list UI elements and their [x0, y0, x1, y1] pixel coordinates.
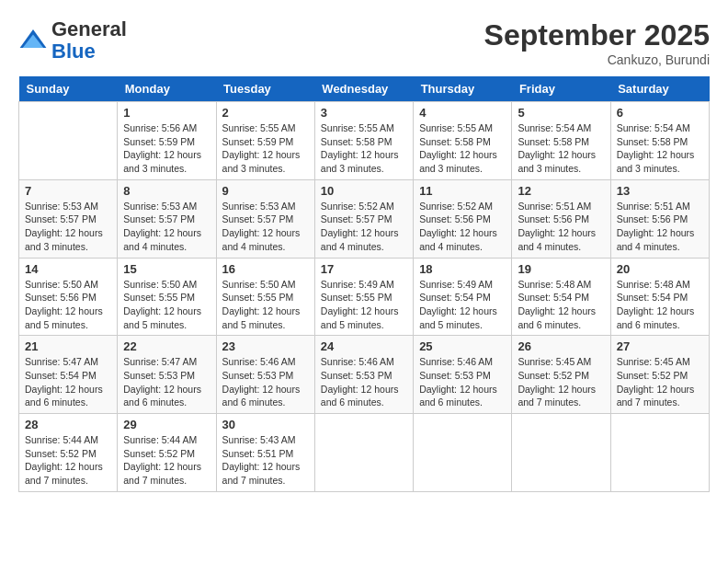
day-info: Sunrise: 5:52 AM Sunset: 5:56 PM Dayligh…: [419, 200, 506, 254]
day-number: 6: [617, 106, 703, 120]
table-cell: 19Sunrise: 5:48 AM Sunset: 5:54 PM Dayli…: [512, 258, 610, 336]
week-row-1: 1Sunrise: 5:56 AM Sunset: 5:59 PM Daylig…: [19, 102, 710, 180]
title-block: September 2025 Cankuzo, Burundi: [484, 18, 710, 67]
day-info: Sunrise: 5:53 AM Sunset: 5:57 PM Dayligh…: [25, 200, 111, 254]
day-info: Sunrise: 5:54 AM Sunset: 5:58 PM Dayligh…: [518, 121, 604, 176]
header-sunday: Sunday: [19, 76, 118, 102]
logo: General Blue: [18, 18, 127, 63]
table-cell: [512, 414, 610, 492]
day-info: Sunrise: 5:52 AM Sunset: 5:57 PM Dayligh…: [321, 200, 407, 254]
calendar-table: Sunday Monday Tuesday Wednesday Thursday…: [18, 76, 710, 492]
table-cell: 25Sunrise: 5:46 AM Sunset: 5:53 PM Dayli…: [414, 336, 512, 414]
day-info: Sunrise: 5:51 AM Sunset: 5:56 PM Dayligh…: [617, 200, 703, 254]
day-info: Sunrise: 5:48 AM Sunset: 5:54 PM Dayligh…: [617, 278, 703, 332]
logo-icon: [18, 26, 48, 55]
day-number: 5: [518, 106, 604, 120]
week-row-3: 14Sunrise: 5:50 AM Sunset: 5:56 PM Dayli…: [19, 258, 710, 336]
day-info: Sunrise: 5:50 AM Sunset: 5:55 PM Dayligh…: [222, 278, 309, 332]
day-number: 17: [321, 262, 407, 276]
day-info: Sunrise: 5:55 AM Sunset: 5:58 PM Dayligh…: [419, 121, 506, 176]
table-cell: 12Sunrise: 5:51 AM Sunset: 5:56 PM Dayli…: [512, 179, 610, 258]
table-cell: 24Sunrise: 5:46 AM Sunset: 5:53 PM Dayli…: [314, 336, 413, 414]
day-number: 3: [321, 106, 407, 120]
day-info: Sunrise: 5:50 AM Sunset: 5:55 PM Dayligh…: [123, 278, 210, 332]
header-saturday: Saturday: [610, 76, 709, 102]
table-cell: 7Sunrise: 5:53 AM Sunset: 5:57 PM Daylig…: [19, 179, 118, 258]
day-number: 27: [617, 339, 703, 353]
day-info: Sunrise: 5:53 AM Sunset: 5:57 PM Dayligh…: [222, 200, 309, 254]
table-cell: 23Sunrise: 5:46 AM Sunset: 5:53 PM Dayli…: [216, 336, 314, 414]
day-number: 14: [25, 262, 111, 276]
table-cell: 13Sunrise: 5:51 AM Sunset: 5:56 PM Dayli…: [610, 179, 709, 258]
table-cell: [610, 414, 709, 492]
day-info: Sunrise: 5:44 AM Sunset: 5:52 PM Dayligh…: [123, 433, 210, 488]
day-info: Sunrise: 5:44 AM Sunset: 5:52 PM Dayligh…: [25, 433, 111, 488]
day-number: 20: [617, 262, 703, 276]
table-cell: 26Sunrise: 5:45 AM Sunset: 5:52 PM Dayli…: [512, 336, 610, 414]
week-row-2: 7Sunrise: 5:53 AM Sunset: 5:57 PM Daylig…: [19, 179, 710, 258]
table-cell: 3Sunrise: 5:55 AM Sunset: 5:58 PM Daylig…: [314, 102, 413, 180]
day-number: 10: [321, 184, 407, 198]
day-number: 11: [419, 184, 506, 198]
header-tuesday: Tuesday: [216, 76, 314, 102]
day-info: Sunrise: 5:55 AM Sunset: 5:59 PM Dayligh…: [222, 121, 309, 176]
table-cell: [414, 414, 512, 492]
page-header: General Blue September 2025 Cankuzo, Bur…: [18, 18, 710, 67]
day-info: Sunrise: 5:48 AM Sunset: 5:54 PM Dayligh…: [518, 278, 604, 332]
day-info: Sunrise: 5:51 AM Sunset: 5:56 PM Dayligh…: [518, 200, 604, 254]
table-cell: 10Sunrise: 5:52 AM Sunset: 5:57 PM Dayli…: [314, 179, 413, 258]
day-number: 29: [123, 418, 210, 431]
day-info: Sunrise: 5:47 AM Sunset: 5:54 PM Dayligh…: [25, 355, 111, 409]
day-info: Sunrise: 5:46 AM Sunset: 5:53 PM Dayligh…: [419, 355, 506, 409]
table-cell: 29Sunrise: 5:44 AM Sunset: 5:52 PM Dayli…: [118, 414, 216, 492]
week-row-4: 21Sunrise: 5:47 AM Sunset: 5:54 PM Dayli…: [19, 336, 710, 414]
header-thursday: Thursday: [414, 76, 512, 102]
day-number: 30: [222, 418, 309, 431]
day-number: 19: [518, 262, 604, 276]
day-number: 16: [222, 262, 309, 276]
table-cell: 21Sunrise: 5:47 AM Sunset: 5:54 PM Dayli…: [19, 336, 118, 414]
day-info: Sunrise: 5:43 AM Sunset: 5:51 PM Dayligh…: [222, 433, 309, 488]
day-info: Sunrise: 5:45 AM Sunset: 5:52 PM Dayligh…: [617, 355, 703, 409]
day-info: Sunrise: 5:54 AM Sunset: 5:58 PM Dayligh…: [617, 121, 703, 176]
day-info: Sunrise: 5:45 AM Sunset: 5:52 PM Dayligh…: [518, 355, 604, 409]
day-number: 7: [25, 184, 111, 198]
day-number: 21: [25, 339, 111, 353]
day-info: Sunrise: 5:56 AM Sunset: 5:59 PM Dayligh…: [123, 121, 210, 176]
table-cell: 5Sunrise: 5:54 AM Sunset: 5:58 PM Daylig…: [512, 102, 610, 180]
day-number: 23: [222, 339, 309, 353]
table-cell: 15Sunrise: 5:50 AM Sunset: 5:55 PM Dayli…: [118, 258, 216, 336]
table-cell: 11Sunrise: 5:52 AM Sunset: 5:56 PM Dayli…: [414, 179, 512, 258]
table-cell: 6Sunrise: 5:54 AM Sunset: 5:58 PM Daylig…: [610, 102, 709, 180]
day-number: 28: [25, 418, 111, 431]
day-number: 18: [419, 262, 506, 276]
day-info: Sunrise: 5:46 AM Sunset: 5:53 PM Dayligh…: [222, 355, 309, 409]
table-cell: 20Sunrise: 5:48 AM Sunset: 5:54 PM Dayli…: [610, 258, 709, 336]
table-cell: 2Sunrise: 5:55 AM Sunset: 5:59 PM Daylig…: [216, 102, 314, 180]
day-number: 24: [321, 339, 407, 353]
day-info: Sunrise: 5:49 AM Sunset: 5:54 PM Dayligh…: [419, 278, 506, 332]
day-number: 13: [617, 184, 703, 198]
table-cell: 28Sunrise: 5:44 AM Sunset: 5:52 PM Dayli…: [19, 414, 118, 492]
header-wednesday: Wednesday: [314, 76, 413, 102]
table-cell: 22Sunrise: 5:47 AM Sunset: 5:53 PM Dayli…: [118, 336, 216, 414]
header-monday: Monday: [118, 76, 216, 102]
day-number: 1: [123, 106, 210, 120]
week-row-5: 28Sunrise: 5:44 AM Sunset: 5:52 PM Dayli…: [19, 414, 710, 492]
day-number: 22: [123, 339, 210, 353]
day-number: 15: [123, 262, 210, 276]
table-cell: 1Sunrise: 5:56 AM Sunset: 5:59 PM Daylig…: [118, 102, 216, 180]
day-info: Sunrise: 5:49 AM Sunset: 5:55 PM Dayligh…: [321, 278, 407, 332]
table-cell: 8Sunrise: 5:53 AM Sunset: 5:57 PM Daylig…: [118, 179, 216, 258]
table-cell: 27Sunrise: 5:45 AM Sunset: 5:52 PM Dayli…: [610, 336, 709, 414]
day-info: Sunrise: 5:53 AM Sunset: 5:57 PM Dayligh…: [123, 200, 210, 254]
table-cell: [314, 414, 413, 492]
header-row: Sunday Monday Tuesday Wednesday Thursday…: [19, 76, 710, 102]
month-title: September 2025: [484, 18, 710, 52]
day-number: 9: [222, 184, 309, 198]
day-info: Sunrise: 5:47 AM Sunset: 5:53 PM Dayligh…: [123, 355, 210, 409]
day-number: 4: [419, 106, 506, 120]
logo-text: General Blue: [51, 18, 127, 63]
day-number: 12: [518, 184, 604, 198]
table-cell: 9Sunrise: 5:53 AM Sunset: 5:57 PM Daylig…: [216, 179, 314, 258]
